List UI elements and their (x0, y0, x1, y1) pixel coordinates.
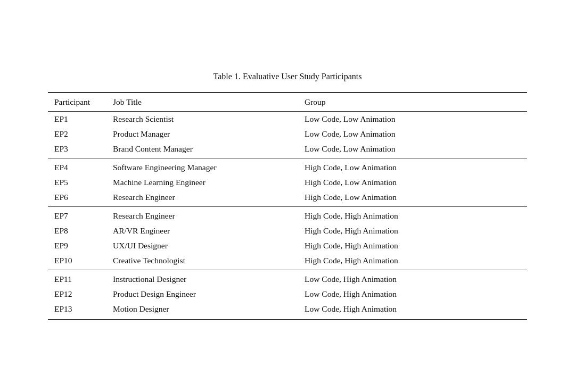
table-row: EP13Motion DesignerLow Code, High Animat… (48, 302, 527, 320)
cell-participant: EP13 (48, 302, 106, 320)
cell-jobtitle: AR/VR Engineer (106, 223, 298, 238)
cell-group: Low Code, High Animation (298, 287, 527, 302)
cell-participant: EP3 (48, 141, 106, 159)
table-body: EP1Research ScientistLow Code, Low Anima… (48, 112, 527, 320)
cell-group: High Code, High Animation (298, 238, 527, 253)
cell-group: Low Code, Low Animation (298, 112, 527, 127)
cell-participant: EP6 (48, 190, 106, 207)
table-header-row: Participant Job Title Group (48, 93, 527, 112)
cell-jobtitle: Research Scientist (106, 112, 298, 127)
cell-jobtitle: Brand Content Manager (106, 141, 298, 159)
cell-participant: EP8 (48, 223, 106, 238)
table-row: EP3Brand Content ManagerLow Code, Low An… (48, 141, 527, 159)
cell-group: High Code, High Animation (298, 207, 527, 224)
cell-participant: EP11 (48, 270, 106, 287)
cell-participant: EP7 (48, 207, 106, 224)
cell-group: High Code, High Animation (298, 223, 527, 238)
col-header-jobtitle: Job Title (106, 93, 298, 112)
cell-participant: EP5 (48, 175, 106, 190)
cell-group: Low Code, High Animation (298, 302, 527, 320)
table-row: EP8AR/VR EngineerHigh Code, High Animati… (48, 223, 527, 238)
cell-participant: EP10 (48, 253, 106, 270)
cell-participant: EP4 (48, 159, 106, 176)
cell-jobtitle: Instructional Designer (106, 270, 298, 287)
table-row: EP12Product Design EngineerLow Code, Hig… (48, 287, 527, 302)
cell-jobtitle: Software Engineering Manager (106, 159, 298, 176)
table-title: Table 1. Evaluative User Study Participa… (48, 72, 527, 81)
table-row: EP11Instructional DesignerLow Code, High… (48, 270, 527, 287)
cell-group: High Code, Low Animation (298, 190, 527, 207)
col-header-group: Group (298, 93, 527, 112)
cell-participant: EP1 (48, 112, 106, 127)
table-row: EP2Product ManagerLow Code, Low Animatio… (48, 127, 527, 141)
table-row: EP7Research EngineerHigh Code, High Anim… (48, 207, 527, 224)
table-row: EP5Machine Learning EngineerHigh Code, L… (48, 175, 527, 190)
cell-group: Low Code, High Animation (298, 270, 527, 287)
cell-jobtitle: Machine Learning Engineer (106, 175, 298, 190)
table-row: EP10Creative TechnologistHigh Code, High… (48, 253, 527, 270)
cell-jobtitle: Research Engineer (106, 190, 298, 207)
cell-participant: EP2 (48, 127, 106, 141)
cell-jobtitle: Product Design Engineer (106, 287, 298, 302)
cell-participant: EP9 (48, 238, 106, 253)
table-row: EP6Research EngineerHigh Code, Low Anima… (48, 190, 527, 207)
table-row: EP4Software Engineering ManagerHigh Code… (48, 159, 527, 176)
table-row: EP1Research ScientistLow Code, Low Anima… (48, 112, 527, 127)
table-row: EP9UX/UI DesignerHigh Code, High Animati… (48, 238, 527, 253)
cell-group: High Code, Low Animation (298, 159, 527, 176)
participants-table: Participant Job Title Group EP1Research … (48, 92, 527, 320)
cell-participant: EP12 (48, 287, 106, 302)
cell-group: High Code, High Animation (298, 253, 527, 270)
cell-jobtitle: Creative Technologist (106, 253, 298, 270)
cell-jobtitle: Research Engineer (106, 207, 298, 224)
cell-group: Low Code, Low Animation (298, 141, 527, 159)
cell-group: High Code, Low Animation (298, 175, 527, 190)
cell-jobtitle: Motion Designer (106, 302, 298, 320)
page-container: Table 1. Evaluative User Study Participa… (48, 72, 527, 320)
col-header-participant: Participant (48, 93, 106, 112)
cell-group: Low Code, Low Animation (298, 127, 527, 141)
cell-jobtitle: Product Manager (106, 127, 298, 141)
cell-jobtitle: UX/UI Designer (106, 238, 298, 253)
